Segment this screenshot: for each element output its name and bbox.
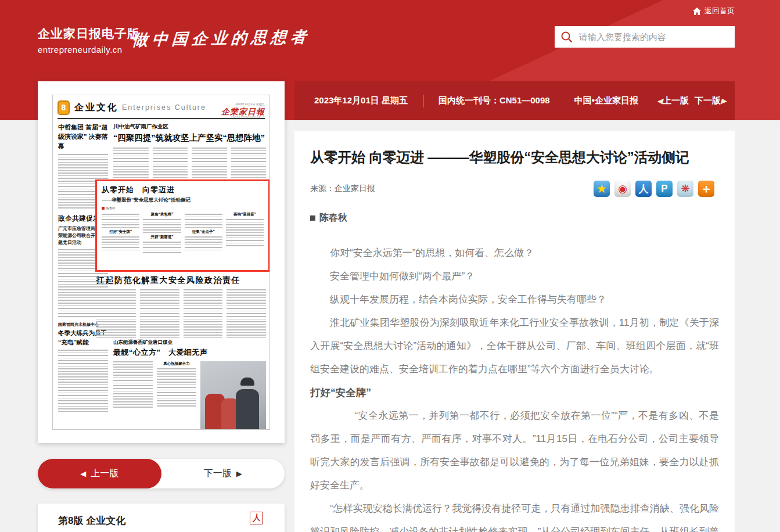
prev-page-link[interactable]: ◀上一版 (657, 95, 689, 106)
edition-date: 2023年12月01日 星期五 (314, 95, 408, 106)
prev-page-button-label: 上一版 (91, 468, 118, 480)
feature-author: 陈春秋 (106, 206, 115, 210)
paper-article-3: 扛起防范化解重大安全风险政治责任 (96, 275, 266, 338)
search-box (555, 26, 735, 48)
next-page-button-label: 下一版 (204, 468, 232, 480)
issue-number: 国内统一刊号：CN51—0098 (438, 95, 550, 106)
sina-weibo-icon[interactable]: ◉ (614, 181, 631, 197)
search-icon[interactable] (560, 31, 573, 44)
more-share-icon[interactable]: ＋ (698, 181, 714, 197)
thumb-bottom-kicker: 山东能源鲁西矿业唐口煤业 (113, 339, 266, 346)
article-paragraph: “怎样实现安稳长满优运行？我觉得没有捷径可走，只有通过加强隐患排查消缺、强化风险… (310, 497, 719, 532)
article-paragraph: “安全永远第一，并列第一都不行，必须把安全放在第一位”“严，不是有多凶、不是罚多… (310, 404, 719, 497)
article-meta-row: 来源：企业家日报 ★ ◉ 人 P ❋ ＋ (310, 181, 719, 197)
feature-headline: 从零开始 向零迈进 (102, 185, 264, 195)
next-page-label: 下一版 (695, 95, 721, 105)
paper-header-rule (57, 118, 265, 120)
home-link[interactable]: 返回首页 (693, 6, 735, 16)
search-input[interactable] (579, 32, 729, 42)
next-arrow-icon: ▶ (236, 469, 242, 478)
thumb-bodytext-columns (113, 148, 266, 178)
feature-section-5: 奏响“最强音” (226, 212, 264, 217)
info-bar-divider (423, 95, 423, 107)
feature-subhead: ——华塑股份“安全思想大讨论”活动侧记 (102, 197, 264, 204)
prev-page-button[interactable]: ◀ 上一版 (38, 459, 161, 488)
home-icon (693, 8, 701, 15)
thumb-bodytext-columns (96, 289, 266, 338)
article-title: 从零开始 向零迈进 ———华塑股份“安全思想大讨论”活动侧记 (310, 148, 719, 167)
thumb-headline-5: 扛起防范化解重大安全风险政治责任 (96, 275, 266, 286)
prev-page-label: 上一版 (663, 95, 689, 105)
author-bullet (102, 207, 105, 210)
thumb-bodytext (58, 350, 108, 412)
highlighted-article-region[interactable]: 从零开始 向零迈进 ——华塑股份“安全思想大讨论”活动侧记 陈春秋 打好“安全牌… (95, 179, 270, 272)
pdf-download-icon[interactable]: 人 (250, 512, 263, 524)
prev-arrow-icon: ◀ (80, 469, 86, 478)
qzone-icon[interactable]: ★ (594, 181, 610, 197)
article-panel: 从零开始 向零迈进 ———华塑股份“安全思想大讨论”活动侧记 来源：企业家日报 … (294, 131, 735, 532)
paper-section-title-en: Enterprises Culture (122, 103, 206, 112)
paper-section-title: 企业文化 (74, 102, 118, 114)
feature-columns: 打好“安全牌” 聚焦“承包商” 开辟“新赛道” 征集“金点子” (102, 212, 264, 255)
paper-header: 8 企业文化 Enterprises Culture 2023年12月1日 星期… (57, 99, 265, 116)
article-paragraph: 你对“安全永远第一”的思想，如何看、怎么做？ (310, 242, 719, 265)
article-paragraph: 纵观十年发展历程，结合本岗位实际，安全工作得与失有哪些？ (310, 288, 719, 311)
author-bullet (310, 215, 315, 221)
home-link-label: 返回首页 (704, 6, 735, 16)
feature-section-4: 开辟“新赛道” (143, 235, 181, 240)
paper-main-column: 川中油气矿南广作业区 “四聚四提”筑就攻坚上产坚实“思想阵地” (113, 123, 266, 178)
page-number-badge: 8 (57, 100, 70, 115)
article-source: 来源：企业家日报 (310, 184, 375, 194)
next-page-link[interactable]: 下一版▶ (695, 95, 727, 106)
renren-icon[interactable]: 人 (635, 181, 652, 197)
info-bar-pager: ◀上一版 下一版▶ (657, 95, 727, 106)
site-title: 企业家日报电子版 (38, 26, 140, 42)
newspaper-page-thumbnail[interactable]: 8 企业文化 Enterprises Culture 2023年12月1日 星期… (52, 95, 270, 430)
edition-card: 第8版 企业文化 人 (38, 504, 285, 532)
paper-masthead-block: 2023年12月1日 星期五 企業家日報 ENTREPRENEURS DAILY (221, 97, 265, 118)
site-logo[interactable]: 企业家日报电子版 entrepreneurdaily.cn (38, 26, 140, 55)
thumb-bottom-subhead: 真心祝福聚合力 (157, 361, 196, 366)
page-pager: ◀ 上一版 下一版 ▶ (38, 459, 285, 488)
thumb-headline-1: 中哲集团 首届“超级演说家” 决赛落幕 (58, 123, 108, 151)
newspaper-photo (200, 361, 266, 430)
share-toolbar: ★ ◉ 人 P ❋ ＋ (594, 181, 714, 197)
article-subhead: 打好“安全牌” (310, 381, 719, 404)
feature-section-1: 打好“安全牌” (102, 229, 139, 235)
thumb-main-kicker: 川中油气矿南广作业区 (113, 123, 266, 131)
next-page-button[interactable]: 下一版 ▶ (161, 459, 285, 488)
feature-section-2: 聚焦“承包商” (143, 212, 181, 217)
paper-left-column: 中哲集团 首届“超级演说家” 决赛落幕 政企共建促发展 广元市应急管理局和华荣能… (58, 123, 108, 426)
people-share-icon[interactable]: ❋ (677, 181, 693, 197)
tencent-weibo-icon[interactable]: P (656, 181, 673, 197)
feature-author-marker: 陈春秋 (102, 206, 264, 210)
edition-label[interactable]: 第8版 企业文化 (58, 514, 125, 527)
site-domain: entrepreneurdaily.cn (38, 45, 140, 55)
paper-bottom-article: 山东能源鲁西矿业唐口煤业 最靓“心立方” 大爱细无声 真心祝福聚合力 (113, 339, 266, 427)
paper-masthead: 企業家日報 (221, 107, 265, 116)
feature-section-3: 征集“金点子” (185, 229, 222, 235)
site-slogan: 做中国企业的思想者 (132, 26, 311, 50)
thumb-main-headline: “四聚四提”筑就攻坚上产坚实“思想阵地” (113, 132, 266, 143)
page: 返回首页 企业家日报电子版 entrepreneurdaily.cn 做中国企业… (0, 0, 780, 532)
paper-brand: 中国•企业家日报 (574, 95, 638, 106)
thumb-bottom-headline: 最靓“心立方” 大爱细无声 (113, 347, 266, 358)
article-paragraph: 淮北矿业集团华塑股份为深刻吸取近年来化工行业安全事故教训，11月初，制定《关于深… (310, 311, 719, 381)
article-paragraph: 安全管理中如何做到“两个最严”？ (310, 265, 719, 288)
next-arrow-icon: ▶ (721, 96, 727, 105)
edition-info-bar: 2023年12月01日 星期五 国内统一刊号：CN51—0098 中国•企业家日… (294, 81, 735, 120)
article-body: 你对“安全永远第一”的思想，如何看、怎么做？ 安全管理中如何做到“两个最严”？ … (310, 242, 719, 532)
paper-masthead-date: 2023年12月1日 星期五 (235, 102, 265, 106)
article-author: 陈春秋 (310, 212, 719, 224)
prev-arrow-icon: ◀ (657, 96, 663, 105)
page-thumbnail-panel: 8 企业文化 Enterprises Culture 2023年12月1日 星期… (38, 81, 285, 443)
